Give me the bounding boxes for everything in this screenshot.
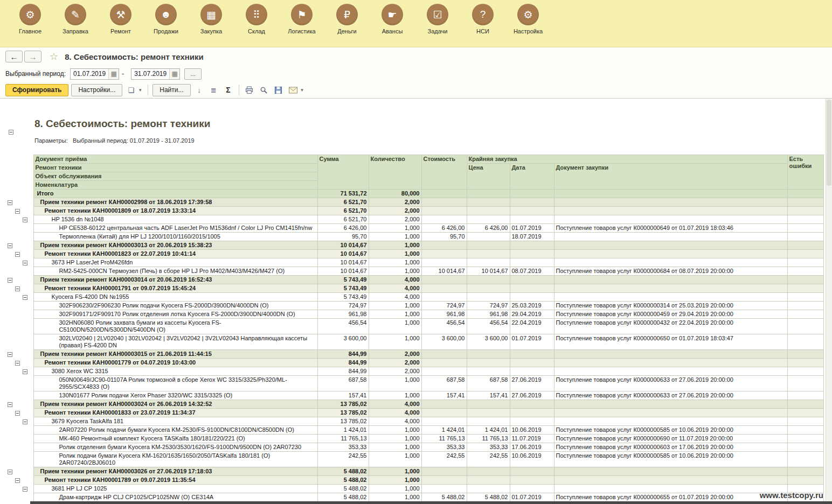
period-more-button[interactable]: ... — [184, 68, 202, 80]
cell-date[interactable]: 22.04.2019 — [510, 319, 554, 334]
cell-sum[interactable]: 71 531,72 — [317, 190, 369, 198]
cell-qty[interactable]: 2,000 — [369, 350, 421, 359]
cell-qty[interactable]: 1,000 — [369, 310, 421, 319]
cell-qty[interactable]: 2,000 — [369, 207, 421, 215]
cell-name[interactable]: 302HN06080 Ролик захвата бумаги из кассе… — [33, 319, 317, 334]
cell-qty[interactable]: 1,000 — [369, 267, 421, 276]
collapse-toggle-icon[interactable] — [9, 130, 13, 135]
cell-price[interactable]: 456,54 — [467, 319, 510, 334]
cell-cost[interactable] — [421, 417, 467, 426]
section-item-zakupka[interactable]: ▦Закупка — [189, 4, 234, 47]
cell-qty[interactable]: 4,000 — [369, 276, 421, 284]
cell-price[interactable]: 10 014,67 — [467, 267, 510, 276]
cell-name[interactable]: Ремонт техники КАН00001791 от 09.07.2019… — [33, 284, 317, 293]
cell-name[interactable]: Ремонт техники КАН00001809 от 18.07.2019… — [33, 207, 317, 215]
cell-name[interactable]: Kyocera FS-4200 DN №1955 — [33, 293, 317, 302]
cell-cost[interactable]: 6 426,00 — [421, 224, 467, 233]
cell-date[interactable] — [510, 400, 554, 409]
cell-cost[interactable] — [421, 409, 467, 417]
cell-name[interactable]: HP CE538-60122 центральная часть ADF Las… — [33, 224, 317, 233]
cell-name[interactable]: 3681 HP LJ CP 1025 — [33, 485, 317, 493]
cell-cost[interactable]: 3 600,00 — [421, 334, 467, 350]
cell-err[interactable] — [787, 443, 823, 452]
cell-doc[interactable] — [554, 198, 787, 207]
cell-price[interactable]: 5 488,02 — [467, 493, 510, 502]
table-row[interactable]: 302F906230/2F906230 Ролик подачи Kyocera… — [3, 302, 823, 310]
cell-date[interactable] — [510, 485, 554, 493]
cell-price[interactable] — [467, 476, 510, 485]
cell-doc[interactable]: Поступление товаров услуг К0000000684 от… — [554, 267, 787, 276]
cell-cost[interactable] — [421, 400, 467, 409]
cell-sum[interactable]: 3 600,00 — [317, 334, 369, 350]
cell-qty[interactable]: 4,000 — [369, 284, 421, 293]
cell-name[interactable]: Прием техники ремонт КАН00002998 от 18.0… — [33, 198, 317, 207]
cell-err[interactable] — [787, 400, 823, 409]
cell-name[interactable]: Прием техники ремонт КАН00003026 от 27.0… — [33, 467, 317, 476]
cell-cost[interactable] — [421, 284, 467, 293]
mail-dropdown-arrow-icon[interactable]: ▾ — [299, 84, 306, 96]
cell-err[interactable] — [787, 250, 823, 258]
cell-name[interactable]: 3679 Kyocera TaskAlfa 181 — [33, 417, 317, 426]
date-to-field[interactable]: 31.07.2019 ▦ — [131, 68, 180, 80]
cell-cost[interactable] — [421, 293, 467, 302]
cell-name[interactable]: Итого — [33, 190, 317, 198]
table-row[interactable]: Прием техники ремонт КАН00003024 от 26.0… — [3, 400, 823, 409]
cell-date[interactable]: 01.07.2019 — [510, 493, 554, 502]
scrollbar-thumb[interactable] — [827, 100, 831, 186]
cell-err[interactable] — [787, 435, 823, 443]
cell-qty[interactable]: 1,000 — [369, 241, 421, 250]
cell-qty[interactable]: 1,000 — [369, 224, 421, 233]
cell-sum[interactable]: 5 743,49 — [317, 293, 369, 302]
collapse-toggle-icon[interactable] — [15, 252, 20, 257]
cell-sum[interactable]: 157,41 — [317, 391, 369, 400]
section-item-dengi[interactable]: ₽Деньги — [324, 4, 370, 47]
cell-qty[interactable]: 1,000 — [369, 435, 421, 443]
cell-err[interactable] — [787, 409, 823, 417]
cell-name[interactable]: МК-460 Ремонтный комплект Kyocera TASKal… — [33, 435, 317, 443]
cell-cost[interactable] — [421, 367, 467, 376]
collapse-toggle-icon[interactable] — [15, 286, 20, 291]
cell-qty[interactable]: 1,000 — [369, 376, 421, 391]
collapse-toggle-icon[interactable] — [8, 470, 12, 474]
table-row[interactable]: 130N01677 Ролик подачи Xerox Phaser 3320… — [3, 391, 823, 400]
cell-sum[interactable]: 844,99 — [317, 359, 369, 367]
table-row[interactable]: Термопленка (Китай) для HP LJ 1200/1010/… — [3, 233, 823, 241]
cell-date[interactable] — [510, 207, 554, 215]
cell-err[interactable] — [787, 310, 823, 319]
table-row[interactable]: МК-460 Ремонтный комплект Kyocera TASKal… — [3, 435, 823, 443]
table-row[interactable]: RM2-5425-000CN Термоузел (Печь) в сборе … — [3, 267, 823, 276]
cell-cost[interactable]: 11 765,13 — [421, 435, 467, 443]
cell-doc[interactable] — [554, 215, 787, 224]
cell-qty[interactable]: 1,000 — [369, 426, 421, 435]
cell-doc[interactable] — [554, 367, 787, 376]
cell-price[interactable]: 724,97 — [467, 302, 510, 310]
cell-err[interactable] — [787, 417, 823, 426]
collapse-toggle-icon[interactable] — [8, 243, 12, 248]
cell-price[interactable] — [467, 350, 510, 359]
cell-name[interactable]: 302F906230/2F906230 Ролик подачи Kyocera… — [33, 302, 317, 310]
cell-err[interactable] — [787, 224, 823, 233]
outline-icon[interactable]: ≣ — [208, 84, 220, 96]
cell-qty[interactable]: 4,000 — [369, 293, 421, 302]
section-item-remont[interactable]: ⚒Ремонт — [98, 4, 143, 47]
cell-doc[interactable] — [554, 284, 787, 293]
cell-err[interactable] — [787, 367, 823, 376]
header-doc-priema[interactable]: Документ приёма — [33, 155, 317, 164]
cell-sum[interactable]: 353,33 — [317, 443, 369, 452]
cell-doc[interactable] — [554, 467, 787, 476]
section-item-nsi[interactable]: ?НСИ — [460, 4, 505, 47]
collapse-toggle-icon[interactable] — [23, 295, 27, 300]
section-item-prodazhi[interactable]: ☻Продажи — [143, 4, 189, 47]
vertical-scrollbar[interactable] — [826, 99, 832, 504]
cell-qty[interactable]: 1,000 — [369, 319, 421, 334]
collapse-toggle-icon[interactable] — [8, 278, 12, 283]
collapse-toggle-icon[interactable] — [23, 419, 27, 424]
cell-sum[interactable]: 687,58 — [317, 376, 369, 391]
cell-date[interactable] — [510, 258, 554, 267]
table-row[interactable]: 3679 Kyocera TaskAlfa 18113 785,024,000 — [3, 417, 823, 426]
cell-price[interactable] — [467, 400, 510, 409]
cell-name[interactable]: HP 1536 dn №1048 — [33, 215, 317, 224]
cell-sum[interactable]: 11 765,13 — [317, 435, 369, 443]
cell-sum[interactable]: 844,99 — [317, 367, 369, 376]
cell-doc[interactable] — [554, 241, 787, 250]
